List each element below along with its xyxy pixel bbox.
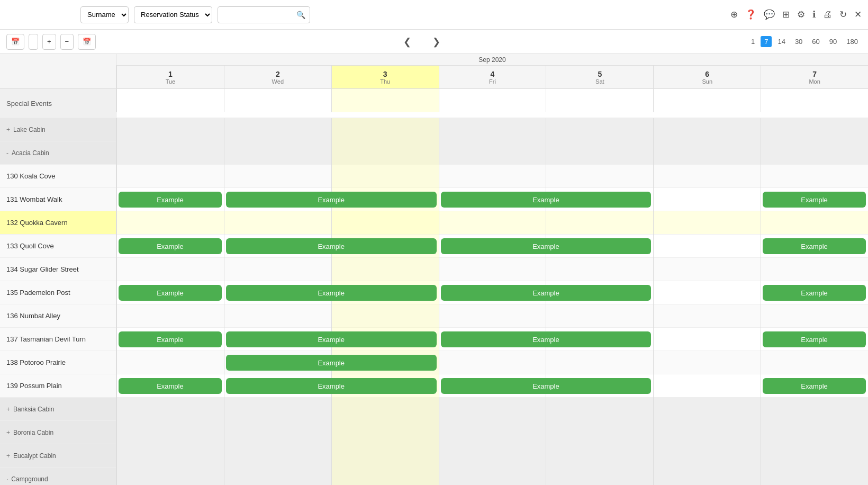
grid-cell-boronia-cabin-6[interactable]	[653, 421, 761, 444]
view-30-button[interactable]: 30	[791, 36, 806, 47]
grid-cell-136-1[interactable]	[116, 304, 224, 328]
grid-cell-134-4[interactable]	[439, 258, 546, 281]
grid-cell-139-6[interactable]	[653, 374, 761, 398]
grid-cell-banksia-cabin-5[interactable]	[546, 398, 653, 421]
sidebar-item-131[interactable]: 131 Wombat Walk	[0, 188, 116, 211]
booking-block-137[interactable]: Example	[441, 331, 652, 347]
booking-block-133[interactable]: Example	[119, 238, 222, 254]
grid-cell-acacia-cabin-3[interactable]	[331, 141, 439, 165]
booking-block-131[interactable]: Example	[441, 192, 652, 208]
grid-cell-138-7[interactable]	[761, 351, 868, 374]
sidebar-item-campground[interactable]: · Campground	[0, 468, 116, 485]
booking-block-135[interactable]: Example	[119, 285, 222, 301]
grid-cell-136-2[interactable]	[224, 304, 331, 328]
next-button[interactable]: ❯	[428, 36, 445, 48]
grid-cell-campground-5[interactable]	[546, 468, 653, 485]
grid-cell-136-4[interactable]	[439, 304, 546, 328]
grid-cell-banksia-cabin-7[interactable]	[761, 398, 868, 421]
grid-cell-banksia-cabin-4[interactable]	[439, 398, 546, 421]
sidebar-item-acacia-cabin[interactable]: - Acacia Cabin	[0, 141, 116, 165]
sidebar-item-134[interactable]: 134 Sugar Glider Street	[0, 258, 116, 281]
booking-block-135[interactable]: Example	[441, 285, 652, 301]
grid-cell-special-events-5[interactable]	[546, 89, 653, 112]
grid-cell-banksia-cabin-6[interactable]	[653, 398, 761, 421]
grid-cell-130-7[interactable]	[761, 165, 868, 188]
sidebar-item-136[interactable]: 136 Numbat Alley	[0, 304, 116, 328]
booking-block-135[interactable]: Example	[226, 285, 437, 301]
grid-cell-boronia-cabin-5[interactable]	[546, 421, 653, 444]
grid-cell-134-7[interactable]	[761, 258, 868, 281]
sidebar-item-133[interactable]: 133 Quoll Cove	[0, 235, 116, 258]
surname-select[interactable]: Surname	[80, 6, 129, 23]
sidebar-item-lake-cabin[interactable]: + Lake Cabin	[0, 118, 116, 141]
view-1-button[interactable]: 1	[747, 36, 758, 47]
booking-block-139[interactable]: Example	[441, 378, 652, 394]
sidebar-item-139[interactable]: 139 Possum Plain	[0, 374, 116, 398]
grid-cell-campground-4[interactable]	[439, 468, 546, 485]
grid-cell-lake-cabin-6[interactable]	[653, 118, 761, 141]
grid-cell-banksia-cabin-3[interactable]	[331, 398, 439, 421]
grid-cell-lake-cabin-7[interactable]	[761, 118, 868, 141]
info-icon[interactable]: ℹ	[812, 9, 816, 20]
grid-cell-special-events-3[interactable]	[331, 89, 439, 112]
help-icon[interactable]: ❓	[745, 9, 756, 20]
view-14-button[interactable]: 14	[774, 36, 789, 47]
sidebar-item-132[interactable]: 132 Quokka Cavern	[0, 211, 116, 235]
chat-icon[interactable]: 💬	[764, 9, 775, 20]
grid-cell-134-2[interactable]	[224, 258, 331, 281]
sidebar-item-boronia-cabin[interactable]: + Boronia Cabin	[0, 421, 116, 444]
reservation-status-select[interactable]: Reservation Status Confirmed Pending Can…	[134, 6, 212, 23]
refresh-icon[interactable]: ↻	[839, 9, 847, 20]
grid-cell-acacia-cabin-1[interactable]	[116, 141, 224, 165]
grid-cell-acacia-cabin-5[interactable]	[546, 141, 653, 165]
calendar-icon-btn[interactable]: 📅	[6, 34, 24, 50]
grid-cell-138-5[interactable]	[546, 351, 653, 374]
grid-cell-138-4[interactable]	[439, 351, 546, 374]
grid-cell-eucalypt-cabin-5[interactable]	[546, 444, 653, 468]
grid-cell-special-events-1[interactable]	[116, 89, 224, 112]
booking-block-131[interactable]: Example	[119, 192, 222, 208]
filter-input[interactable]	[222, 11, 296, 19]
grid-cell-banksia-cabin-1[interactable]	[116, 398, 224, 421]
booking-block-133[interactable]: Example	[441, 238, 652, 254]
grid-cell-campground-3[interactable]	[331, 468, 439, 485]
grid-cell-campground-2[interactable]	[224, 468, 331, 485]
filter-icon[interactable]: ⊕	[730, 9, 738, 20]
grid-cell-134-5[interactable]	[546, 258, 653, 281]
date-picker-button[interactable]: 📅	[78, 34, 96, 50]
grid-cell-130-2[interactable]	[224, 165, 331, 188]
grid-cell-lake-cabin-2[interactable]	[224, 118, 331, 141]
grid-cell-130-3[interactable]	[331, 165, 439, 188]
grid-cell-134-6[interactable]	[653, 258, 761, 281]
grid-cell-acacia-cabin-2[interactable]	[224, 141, 331, 165]
grid-cell-136-6[interactable]	[653, 304, 761, 328]
grid-cell-134-1[interactable]	[116, 258, 224, 281]
grid-cell-boronia-cabin-3[interactable]	[331, 421, 439, 444]
sidebar-item-special-events[interactable]: Special Events	[0, 89, 116, 118]
grid-cell-134-3[interactable]	[331, 258, 439, 281]
grid-cell-boronia-cabin-4[interactable]	[439, 421, 546, 444]
view-90-button[interactable]: 90	[826, 36, 840, 47]
grid-cell-special-events-7[interactable]	[761, 89, 868, 112]
grid-cell-acacia-cabin-4[interactable]	[439, 141, 546, 165]
grid-cell-eucalypt-cabin-3[interactable]	[331, 444, 439, 468]
grid-cell-special-events-2[interactable]	[224, 89, 331, 112]
grid-cell-138-6[interactable]	[653, 351, 761, 374]
grid-cell-135-6[interactable]	[653, 281, 761, 304]
grid-cell-eucalypt-cabin-2[interactable]	[224, 444, 331, 468]
grid-cell-acacia-cabin-7[interactable]	[761, 141, 868, 165]
search-icon[interactable]: 🔍	[296, 11, 305, 19]
grid-cell-132-2[interactable]	[224, 211, 331, 235]
print-icon[interactable]: 🖨	[823, 10, 832, 20]
grid-cell-137-6[interactable]	[653, 328, 761, 351]
grid-cell-lake-cabin-3[interactable]	[331, 118, 439, 141]
zoom-in-button[interactable]: +	[42, 34, 56, 50]
settings-icon[interactable]: ⚙	[797, 9, 805, 20]
grid-cell-acacia-cabin-6[interactable]	[653, 141, 761, 165]
grid-cell-132-3[interactable]	[331, 211, 439, 235]
grid-cell-132-6[interactable]	[653, 211, 761, 235]
grid-cell-136-7[interactable]	[761, 304, 868, 328]
grid-cell-eucalypt-cabin-4[interactable]	[439, 444, 546, 468]
prev-button[interactable]: ❮	[399, 36, 415, 48]
sidebar-item-eucalypt-cabin[interactable]: + Eucalypt Cabin	[0, 444, 116, 468]
